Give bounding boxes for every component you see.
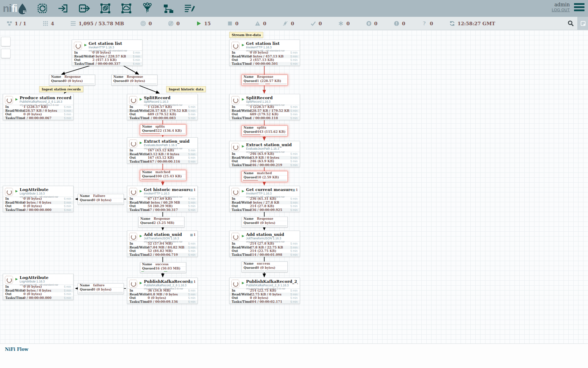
processor-add-station-uuid[interactable]: ▶ Add station_uuid JoltTransformJSON 1.1… [127, 231, 198, 257]
canvas-label[interactable]: Stream live-data [229, 32, 263, 38]
stat-row-read-write: Read/Write0 bytes / 60.29 MB5 min [127, 201, 197, 205]
connection-label-response[interactable]: NameResponse Queued2 (3.25 MB) [138, 217, 184, 227]
connection-name: Failure [93, 194, 105, 198]
processor-name: Add station_uuid [144, 232, 190, 237]
stat-row-out: Out54 (60.29 MB)5 min [127, 204, 197, 208]
stat-row-in: In0 (0 bytes)5 min [3, 285, 73, 289]
queue-size-track [265, 83, 287, 84]
connection-label-response[interactable]: NameResponse Queued1 (228.57 KB) [241, 75, 288, 86]
input-port-draggable-icon[interactable] [57, 2, 70, 15]
processor-icon [129, 233, 137, 241]
breadcrumb-bar: NiFi Flow [0, 343, 588, 368]
app-header: nifi admin LOG OUT [0, 0, 588, 17]
processor-logattribute[interactable]: ▶ LogAttribute LogAttribute 1.16.3 org.a… [3, 186, 74, 212]
processor-extract-station-uuid[interactable]: ▶ Extract station_uuid EvaluateJsonPath … [127, 137, 198, 164]
operate-palette-button[interactable] [1, 49, 10, 58]
processor-splitrecord[interactable]: ▶ SplitRecord SplitRecord 1.16.3 org.apa… [127, 94, 198, 120]
stat-row-tasks-time: Tasks/Time0 / 00:00:00.0005 min [3, 296, 73, 300]
stat-row-read-write: Read/Write57.04 MB / 84.82 MB5 min [127, 246, 197, 250]
template-draggable-icon[interactable] [162, 2, 175, 15]
output-port-draggable-icon[interactable] [78, 2, 91, 15]
refresh-icon[interactable] [449, 20, 455, 26]
bulletin-panel-button[interactable] [578, 17, 588, 30]
processor-get-current-measurement[interactable]: ▶ Get current measurement InvokeHTTP 1.1… [229, 186, 300, 212]
refresh-status[interactable]: 12:58:27 GMT [449, 20, 495, 26]
processor-type: InvokeHTTP 1.16.3 [89, 46, 140, 49]
connection-label-matched[interactable]: Namematched Queued10 (2.59 KB) [241, 171, 288, 182]
run-status-icon: ▶ [15, 98, 18, 101]
connection-name: failure [93, 284, 105, 287]
process-group-draggable-icon[interactable] [99, 2, 112, 15]
nifi-app: nifi admin LOG OUT 1 / 141,095 / 53.78 M… [0, 0, 588, 368]
flow-canvas[interactable]: Stream live-dataIngest station recordsIn… [0, 30, 588, 343]
processor-type: EvaluateJsonPath 1.16.3 [246, 147, 298, 150]
processor-icon [231, 188, 239, 196]
stat-row-out: Out0 (0 bytes)5 min [3, 292, 73, 296]
not-transmitting-icon [168, 20, 174, 26]
processor-get-historic-measurements[interactable]: ▶ Get historic measurements InvokeHTTP 1… [127, 186, 198, 212]
status-locally-modified-count: 0 [346, 21, 350, 26]
connection-label-response[interactable]: NameResponse Queued0 (0 bytes) [49, 75, 95, 86]
queue-size-track [265, 225, 287, 226]
processor-logattribute[interactable]: ▶ LogAttribute LogAttribute 1.16.3 org.a… [3, 274, 74, 300]
canvas-label[interactable]: Ingest historic data [166, 86, 206, 92]
processor-type: LogAttribute 1.16.3 [20, 280, 71, 283]
processor-add-station-uuid[interactable]: ▶ Add station_uuid JoltTransformJSON 1.1… [229, 231, 300, 257]
processor-splitrecord[interactable]: ▶ SplitRecord SplitRecord 1.16.3 org.apa… [229, 94, 300, 120]
stat-row-out: Out246 (63.9 KB)5 min [230, 159, 300, 163]
connection-label-matched[interactable]: Namematched Queued100 (25.43 KB) [140, 170, 186, 181]
processor-get-station-list[interactable]: ▶ Get station list InvokeHTTP 1.16.3 org… [72, 40, 142, 66]
stat-row-tasks-time: Tasks/Time2 / 00:00:00.5015 min [230, 62, 300, 66]
queue-size-track [162, 225, 183, 226]
connection-name: Response [64, 75, 81, 79]
connected-nodes-icon [6, 20, 12, 26]
processor-type: SplitRecord 1.16.3 [144, 100, 196, 103]
processor-produce-station-records[interactable]: ▶ Produce station records PublishKafkaRe… [3, 94, 74, 120]
stat-row-in: In214 (27.8 KB)5 min [230, 242, 300, 246]
connection-label-response[interactable]: NameResponse Queued0 (0 bytes) [111, 75, 158, 86]
status-invalid: 0 [254, 20, 266, 26]
processor-name: Get station list [246, 41, 298, 46]
queue-size-track [135, 83, 156, 84]
queue-size-track [265, 270, 287, 271]
processor-name: LogAttribute [20, 275, 71, 280]
run-status-icon: ▶ [140, 234, 142, 238]
connection-name: matched [257, 171, 272, 175]
connection-name: splits [257, 126, 266, 129]
label-draggable-icon[interactable] [183, 2, 196, 15]
stat-row-in: In0 (0 bytes)5 min [230, 51, 300, 55]
connection-queued: 0 (0 bytes) [93, 288, 112, 291]
connection-name: Response [257, 217, 273, 220]
stat-row-in: In214 (22.75 KB)5 min [230, 289, 300, 293]
funnel-draggable-icon[interactable] [141, 2, 154, 15]
connection-label-success[interactable]: Namesuccess Queued16 (50.03 MB) [140, 262, 186, 273]
connection-queued: 100 (25.43 KB) [155, 175, 182, 178]
logo-text-ni: ni [3, 1, 12, 16]
queue-count-track [243, 225, 264, 226]
connection-label-success[interactable]: Namesuccess Queued0 (0 bytes) [241, 261, 288, 272]
canvas-label[interactable]: Ingest station records [39, 86, 83, 92]
logout-link[interactable]: LOG OUT [552, 8, 570, 12]
navigate-palette-button[interactable] [1, 37, 10, 46]
connection-name: success [155, 263, 169, 266]
processor-name: Get historic measurements [144, 188, 190, 192]
queue-size-track [163, 179, 185, 180]
processor-extract-station-uuid[interactable]: ▶ Extract station_uuid EvaluateJsonPath … [229, 141, 300, 167]
global-menu-icon[interactable] [574, 2, 584, 11]
connection-label-splits[interactable]: Namesplits Queued522 (136.4 KB) [140, 124, 186, 135]
processor-icon [129, 139, 137, 148]
processor-publishkafkarecord-2-6[interactable]: ▶ PublishKafkaRecord_2_6 PublishKafkaRec… [127, 278, 198, 304]
processor-draggable-icon[interactable] [36, 2, 49, 15]
stat-row-read-write: Read/Write228.57 KB / 0 bytes5 min [3, 109, 73, 113]
stat-row-read-write: Read/Write27.8 KB / 22.75 KB5 min [230, 246, 300, 250]
status-running: 15 [196, 20, 211, 26]
breadcrumb-root[interactable]: NiFi Flow [5, 347, 28, 352]
connection-label-failure[interactable]: Namefailure Queued0 (0 bytes) [78, 283, 124, 294]
processor-publishkafkarecord-2-6[interactable]: ▶ PublishKafkaRecord_2_6 PublishKafkaRec… [229, 278, 300, 304]
remote-process-group-draggable-icon[interactable] [120, 2, 133, 15]
connection-label-failure[interactable]: NameFailure Queued0 (0 bytes) [78, 194, 124, 205]
search-icon[interactable] [564, 17, 578, 30]
processor-get-station-list[interactable]: ▶ Get station list InvokeHTTP 1.16.3 org… [229, 40, 300, 66]
connection-label-splits[interactable]: Namesplits Queued443 (115.62 KB) [241, 125, 288, 136]
connection-label-response[interactable]: NameResponse Queued0 (0 bytes) [241, 217, 288, 227]
